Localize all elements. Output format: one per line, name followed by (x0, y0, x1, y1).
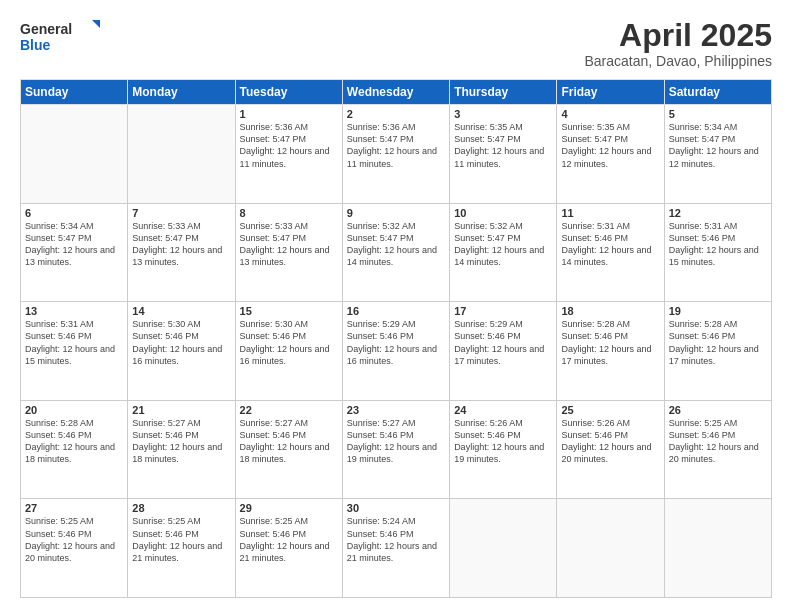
day-number: 19 (669, 305, 767, 317)
day-number: 11 (561, 207, 659, 219)
calendar-cell: 26Sunrise: 5:25 AM Sunset: 5:46 PM Dayli… (664, 400, 771, 499)
day-info: Sunrise: 5:36 AM Sunset: 5:47 PM Dayligh… (240, 121, 338, 170)
day-info: Sunrise: 5:35 AM Sunset: 5:47 PM Dayligh… (561, 121, 659, 170)
calendar-cell: 21Sunrise: 5:27 AM Sunset: 5:46 PM Dayli… (128, 400, 235, 499)
calendar-cell: 23Sunrise: 5:27 AM Sunset: 5:46 PM Dayli… (342, 400, 449, 499)
day-number: 13 (25, 305, 123, 317)
day-number: 25 (561, 404, 659, 416)
col-monday: Monday (128, 80, 235, 105)
calendar-cell: 17Sunrise: 5:29 AM Sunset: 5:46 PM Dayli… (450, 302, 557, 401)
calendar-cell: 27Sunrise: 5:25 AM Sunset: 5:46 PM Dayli… (21, 499, 128, 598)
calendar-cell: 6Sunrise: 5:34 AM Sunset: 5:47 PM Daylig… (21, 203, 128, 302)
day-info: Sunrise: 5:32 AM Sunset: 5:47 PM Dayligh… (454, 220, 552, 269)
day-number: 14 (132, 305, 230, 317)
calendar-header-row: Sunday Monday Tuesday Wednesday Thursday… (21, 80, 772, 105)
col-thursday: Thursday (450, 80, 557, 105)
day-info: Sunrise: 5:35 AM Sunset: 5:47 PM Dayligh… (454, 121, 552, 170)
day-info: Sunrise: 5:24 AM Sunset: 5:46 PM Dayligh… (347, 515, 445, 564)
calendar-cell: 9Sunrise: 5:32 AM Sunset: 5:47 PM Daylig… (342, 203, 449, 302)
calendar-cell: 14Sunrise: 5:30 AM Sunset: 5:46 PM Dayli… (128, 302, 235, 401)
calendar-cell: 13Sunrise: 5:31 AM Sunset: 5:46 PM Dayli… (21, 302, 128, 401)
day-number: 3 (454, 108, 552, 120)
calendar-cell: 30Sunrise: 5:24 AM Sunset: 5:46 PM Dayli… (342, 499, 449, 598)
header: General Blue April 2025 Baracatan, Davao… (20, 18, 772, 69)
page: General Blue April 2025 Baracatan, Davao… (0, 0, 792, 612)
col-saturday: Saturday (664, 80, 771, 105)
day-number: 30 (347, 502, 445, 514)
calendar-cell: 18Sunrise: 5:28 AM Sunset: 5:46 PM Dayli… (557, 302, 664, 401)
day-number: 6 (25, 207, 123, 219)
calendar-cell: 24Sunrise: 5:26 AM Sunset: 5:46 PM Dayli… (450, 400, 557, 499)
day-info: Sunrise: 5:28 AM Sunset: 5:46 PM Dayligh… (669, 318, 767, 367)
subtitle: Baracatan, Davao, Philippines (584, 53, 772, 69)
calendar-cell: 22Sunrise: 5:27 AM Sunset: 5:46 PM Dayli… (235, 400, 342, 499)
day-info: Sunrise: 5:36 AM Sunset: 5:47 PM Dayligh… (347, 121, 445, 170)
day-number: 28 (132, 502, 230, 514)
calendar-week-1: 1Sunrise: 5:36 AM Sunset: 5:47 PM Daylig… (21, 105, 772, 204)
calendar: Sunday Monday Tuesday Wednesday Thursday… (20, 79, 772, 598)
calendar-cell (664, 499, 771, 598)
calendar-cell: 4Sunrise: 5:35 AM Sunset: 5:47 PM Daylig… (557, 105, 664, 204)
day-info: Sunrise: 5:31 AM Sunset: 5:46 PM Dayligh… (561, 220, 659, 269)
calendar-cell: 11Sunrise: 5:31 AM Sunset: 5:46 PM Dayli… (557, 203, 664, 302)
day-number: 22 (240, 404, 338, 416)
calendar-cell (128, 105, 235, 204)
calendar-week-5: 27Sunrise: 5:25 AM Sunset: 5:46 PM Dayli… (21, 499, 772, 598)
calendar-cell (21, 105, 128, 204)
day-info: Sunrise: 5:25 AM Sunset: 5:46 PM Dayligh… (25, 515, 123, 564)
day-number: 9 (347, 207, 445, 219)
day-info: Sunrise: 5:29 AM Sunset: 5:46 PM Dayligh… (347, 318, 445, 367)
day-number: 29 (240, 502, 338, 514)
day-info: Sunrise: 5:34 AM Sunset: 5:47 PM Dayligh… (25, 220, 123, 269)
day-info: Sunrise: 5:32 AM Sunset: 5:47 PM Dayligh… (347, 220, 445, 269)
day-info: Sunrise: 5:25 AM Sunset: 5:46 PM Dayligh… (240, 515, 338, 564)
day-info: Sunrise: 5:26 AM Sunset: 5:46 PM Dayligh… (561, 417, 659, 466)
day-info: Sunrise: 5:34 AM Sunset: 5:47 PM Dayligh… (669, 121, 767, 170)
calendar-cell: 15Sunrise: 5:30 AM Sunset: 5:46 PM Dayli… (235, 302, 342, 401)
day-info: Sunrise: 5:33 AM Sunset: 5:47 PM Dayligh… (240, 220, 338, 269)
day-number: 8 (240, 207, 338, 219)
day-number: 20 (25, 404, 123, 416)
day-number: 7 (132, 207, 230, 219)
calendar-cell: 3Sunrise: 5:35 AM Sunset: 5:47 PM Daylig… (450, 105, 557, 204)
day-info: Sunrise: 5:29 AM Sunset: 5:46 PM Dayligh… (454, 318, 552, 367)
svg-marker-1 (92, 20, 100, 28)
calendar-week-2: 6Sunrise: 5:34 AM Sunset: 5:47 PM Daylig… (21, 203, 772, 302)
calendar-cell (450, 499, 557, 598)
calendar-cell: 8Sunrise: 5:33 AM Sunset: 5:47 PM Daylig… (235, 203, 342, 302)
day-info: Sunrise: 5:28 AM Sunset: 5:46 PM Dayligh… (25, 417, 123, 466)
day-info: Sunrise: 5:31 AM Sunset: 5:46 PM Dayligh… (669, 220, 767, 269)
calendar-cell: 20Sunrise: 5:28 AM Sunset: 5:46 PM Dayli… (21, 400, 128, 499)
calendar-cell: 16Sunrise: 5:29 AM Sunset: 5:46 PM Dayli… (342, 302, 449, 401)
day-number: 1 (240, 108, 338, 120)
day-info: Sunrise: 5:31 AM Sunset: 5:46 PM Dayligh… (25, 318, 123, 367)
logo-svg: General Blue (20, 18, 100, 56)
calendar-cell: 29Sunrise: 5:25 AM Sunset: 5:46 PM Dayli… (235, 499, 342, 598)
calendar-cell: 12Sunrise: 5:31 AM Sunset: 5:46 PM Dayli… (664, 203, 771, 302)
day-info: Sunrise: 5:33 AM Sunset: 5:47 PM Dayligh… (132, 220, 230, 269)
calendar-week-4: 20Sunrise: 5:28 AM Sunset: 5:46 PM Dayli… (21, 400, 772, 499)
day-info: Sunrise: 5:25 AM Sunset: 5:46 PM Dayligh… (669, 417, 767, 466)
day-number: 4 (561, 108, 659, 120)
calendar-cell: 7Sunrise: 5:33 AM Sunset: 5:47 PM Daylig… (128, 203, 235, 302)
day-number: 27 (25, 502, 123, 514)
day-number: 12 (669, 207, 767, 219)
svg-text:Blue: Blue (20, 37, 51, 53)
main-title: April 2025 (584, 18, 772, 53)
day-info: Sunrise: 5:27 AM Sunset: 5:46 PM Dayligh… (240, 417, 338, 466)
day-number: 23 (347, 404, 445, 416)
day-number: 18 (561, 305, 659, 317)
day-number: 17 (454, 305, 552, 317)
day-number: 16 (347, 305, 445, 317)
day-info: Sunrise: 5:30 AM Sunset: 5:46 PM Dayligh… (240, 318, 338, 367)
calendar-cell: 28Sunrise: 5:25 AM Sunset: 5:46 PM Dayli… (128, 499, 235, 598)
day-info: Sunrise: 5:25 AM Sunset: 5:46 PM Dayligh… (132, 515, 230, 564)
day-info: Sunrise: 5:28 AM Sunset: 5:46 PM Dayligh… (561, 318, 659, 367)
day-info: Sunrise: 5:26 AM Sunset: 5:46 PM Dayligh… (454, 417, 552, 466)
day-info: Sunrise: 5:30 AM Sunset: 5:46 PM Dayligh… (132, 318, 230, 367)
col-friday: Friday (557, 80, 664, 105)
title-block: April 2025 Baracatan, Davao, Philippines (584, 18, 772, 69)
svg-text:General: General (20, 21, 72, 37)
logo: General Blue (20, 18, 100, 56)
calendar-cell: 19Sunrise: 5:28 AM Sunset: 5:46 PM Dayli… (664, 302, 771, 401)
